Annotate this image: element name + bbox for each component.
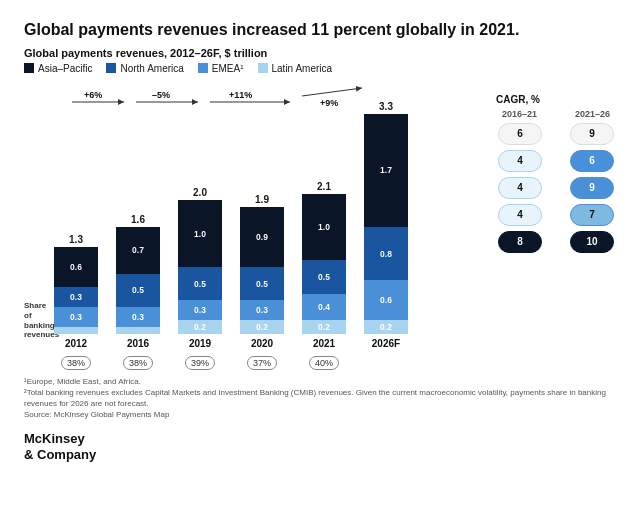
seg-emea-2012: 0.3 [54, 307, 98, 327]
legend-color-na [106, 63, 116, 73]
seg-na-2026F: 0.8 [364, 227, 408, 280]
share-group-2020: 37% [240, 353, 284, 370]
legend-color-emea [198, 63, 208, 73]
legend-item-emea: EMEA¹ [198, 63, 244, 74]
seg-na-2021: 0.5 [302, 260, 346, 293]
share-pct-2019: 39% [185, 356, 215, 370]
seg-ap-2026F: 1.7 [364, 114, 408, 227]
legend-item-na: North America [106, 63, 183, 74]
seg-ap-2016: 0.7 [116, 227, 160, 274]
legend-label-emea: EMEA¹ [212, 63, 244, 74]
seg-ap-2012: 0.6 [54, 247, 98, 287]
cagr-row-4: 810 [496, 231, 616, 253]
share-pct-2020: 37% [247, 356, 277, 370]
seg-ap-2020: 0.9 [240, 207, 284, 267]
seg-emea-2019: 0.3 [178, 300, 222, 320]
bars-container: 1.30.30.30.620121.60.30.50.720162.00.20.… [24, 109, 486, 349]
seg-ap-2021: 1.0 [302, 194, 346, 261]
legend-item-ap: Asia–Pacific [24, 63, 92, 74]
footnote-1: ¹Europe, Middle East, and Africa. [24, 376, 616, 387]
bar-year-2016: 2016 [127, 338, 149, 349]
cagr-col2-header: 2021–26 [575, 109, 610, 119]
logo-line1: McKinsey [24, 431, 616, 448]
svg-text:–5%: –5% [152, 90, 170, 100]
legend-label-la: Latin America [272, 63, 333, 74]
seg-la-2019: 0.2 [178, 320, 222, 333]
legend-label-na: North America [120, 63, 183, 74]
bar-year-2020: 2020 [251, 338, 273, 349]
share-group-2019: 39% [178, 353, 222, 370]
bar-total-2026F: 3.3 [379, 101, 393, 112]
footnotes: ¹Europe, Middle East, and Africa. ²Total… [24, 376, 616, 421]
mckinsey-logo: McKinsey & Company [24, 431, 616, 465]
bar-group-2019: 2.00.20.30.51.02019 [178, 187, 222, 348]
bar-year-2019: 2019 [189, 338, 211, 349]
cagr-cell-v1-2: 4 [498, 177, 542, 199]
seg-emea-2020: 0.3 [240, 300, 284, 320]
subtitle: Global payments revenues, 2012–26F, $ tr… [24, 47, 616, 59]
svg-text:+9%: +9% [320, 98, 338, 108]
cagr-rows: 69464947810 [496, 123, 616, 253]
bars-with-share: Share of banking revenues² 1.30.30.30.62… [24, 109, 486, 370]
main-title: Global payments revenues increased 11 pe… [24, 20, 616, 41]
bar-group-2016: 1.60.30.50.72016 [116, 214, 160, 349]
bar-year-2021: 2021 [313, 338, 335, 349]
seg-la-2021: 0.2 [302, 320, 346, 333]
svg-text:+6%: +6% [84, 90, 102, 100]
seg-emea-2026F: 0.6 [364, 280, 408, 320]
cagr-cell-v1-1: 4 [498, 150, 542, 172]
seg-la-2026F: 0.2 [364, 320, 408, 333]
legend-color-ap [24, 63, 34, 73]
seg-na-2012: 0.3 [54, 287, 98, 307]
share-pct-2021: 40% [309, 356, 339, 370]
share-row: 38%38%39%37%40% [24, 353, 486, 370]
share-group-2026F [364, 353, 408, 370]
legend-item-la: Latin America [258, 63, 333, 74]
bar-group-2021: 2.10.20.40.51.02021 [302, 181, 346, 349]
bar-year-2012: 2012 [65, 338, 87, 349]
seg-la-2016 [116, 327, 160, 334]
bar-group-2026F: 3.30.20.60.81.72026F [364, 101, 408, 349]
cagr-cell-v1-0: 6 [498, 123, 542, 145]
bar-total-2019: 2.0 [193, 187, 207, 198]
cagr-cell-v2-3: 7 [570, 204, 614, 226]
cagr-section: CAGR, % 2016–21 2021–26 69464947810 [496, 94, 616, 258]
cagr-cell-v2-2: 9 [570, 177, 614, 199]
cagr-row-3: 47 [496, 204, 616, 226]
cagr-row-1: 46 [496, 150, 616, 172]
share-pct-2012: 38% [61, 356, 91, 370]
footnote-3: Source: McKinsey Global Payments Map [24, 409, 616, 420]
cagr-cell-v1-3: 4 [498, 204, 542, 226]
share-group-2021: 40% [302, 353, 346, 370]
seg-ap-2019: 1.0 [178, 200, 222, 267]
cagr-row-0: 69 [496, 123, 616, 145]
cagr-row-2: 49 [496, 177, 616, 199]
legend: Asia–Pacific North America EMEA¹ Latin A… [24, 63, 616, 74]
bar-year-2026F: 2026F [372, 338, 400, 349]
chart-area: +6% –5% +11% +9% Share of banking revenu… [24, 84, 616, 370]
seg-na-2019: 0.5 [178, 267, 222, 300]
bar-total-2021: 2.1 [317, 181, 331, 192]
svg-line-6 [302, 88, 362, 96]
seg-la-2020: 0.2 [240, 320, 284, 333]
bar-group-2012: 1.30.30.30.62012 [54, 234, 98, 349]
legend-color-la [258, 63, 268, 73]
cagr-cell-v2-4: 10 [570, 231, 614, 253]
cagr-cell-v1-4: 8 [498, 231, 542, 253]
seg-na-2016: 0.5 [116, 274, 160, 307]
share-pct-2016: 38% [123, 356, 153, 370]
bar-total-2020: 1.9 [255, 194, 269, 205]
share-group-2012: 38% [54, 353, 98, 370]
bar-group-2020: 1.90.20.30.50.92020 [240, 194, 284, 349]
seg-emea-2021: 0.4 [302, 294, 346, 321]
legend-label-ap: Asia–Pacific [38, 63, 92, 74]
cagr-cell-v2-1: 6 [570, 150, 614, 172]
logo-line2: & Company [24, 447, 616, 464]
cagr-cell-v2-0: 9 [570, 123, 614, 145]
seg-emea-2016: 0.3 [116, 307, 160, 327]
bar-total-2016: 1.6 [131, 214, 145, 225]
seg-la-2012 [54, 327, 98, 334]
bars-section: +6% –5% +11% +9% Share of banking revenu… [24, 84, 486, 370]
svg-text:+11%: +11% [229, 90, 252, 100]
seg-na-2020: 0.5 [240, 267, 284, 300]
